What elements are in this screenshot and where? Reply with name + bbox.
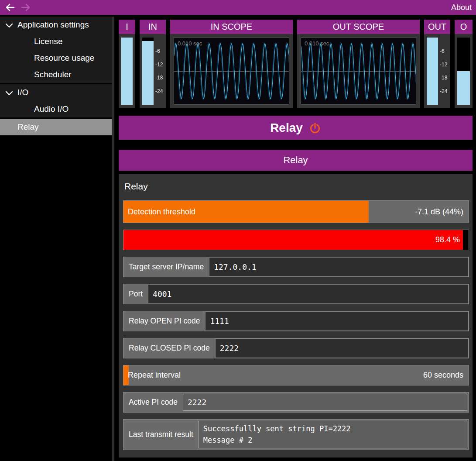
- level-value: 98.4 %: [435, 230, 460, 250]
- back-icon[interactable]: [4, 3, 16, 12]
- sidebar: Application settings License Resource us…: [0, 17, 112, 461]
- chevron-down-icon: [5, 23, 13, 29]
- power-icon[interactable]: [309, 122, 321, 134]
- meter-title: OUT: [424, 20, 450, 34]
- field-label: Last transmit result: [123, 420, 199, 450]
- output-level-meter-out: OUT -6 -12 -18 -24: [424, 20, 450, 108]
- scope-title: IN SCOPE: [170, 20, 293, 34]
- scope-title: OUT SCOPE: [297, 20, 420, 34]
- meter-track: [457, 38, 470, 105]
- meter-fill: [121, 38, 133, 105]
- sidebar-item-audio-io[interactable]: Audio I/O: [0, 101, 112, 117]
- meter-fill: [142, 41, 154, 105]
- active-pi-row: Active PI code 2222: [123, 392, 469, 413]
- meter-track: [121, 38, 133, 105]
- field-label: Target server IP/name: [123, 257, 209, 277]
- meter-fill: [457, 71, 470, 105]
- sidebar-item-io[interactable]: I/O: [0, 84, 112, 101]
- sidebar-splitter[interactable]: [112, 17, 114, 461]
- app-window: About Application settings License Resou…: [0, 0, 476, 461]
- slider-value: 60 seconds: [423, 365, 463, 385]
- detection-threshold-slider[interactable]: Detection threshold -7.1 dB (44%): [123, 200, 469, 223]
- meter-db-scale: -6 -12 -18 -24: [438, 38, 450, 105]
- target-server-input[interactable]: 127.0.0.1: [209, 257, 469, 277]
- scope-time-label: 0.010 sec: [305, 40, 329, 47]
- active-pi-readout: 2222: [183, 394, 467, 411]
- sidebar-group-io: I/O Audio I/O: [0, 84, 112, 117]
- relay-open-pi-row: Relay OPEN PI code 1111: [123, 311, 469, 331]
- field-label: Relay CLOSED PI code: [123, 338, 215, 358]
- meter-track: [427, 38, 438, 105]
- relay-open-pi-input[interactable]: 1111: [205, 311, 469, 331]
- sidebar-item-resource-usage[interactable]: Resource usage: [0, 50, 112, 66]
- output-level-meter-o: O: [455, 20, 473, 108]
- last-transmit-row: Last transmit result Successfullly sent …: [123, 419, 469, 450]
- db-tick: -18: [155, 75, 163, 81]
- sidebar-item-relay-selected[interactable]: Relay: [0, 119, 112, 135]
- panel-title: Relay: [124, 181, 469, 192]
- scope-time-label: 0.010 sec: [178, 40, 202, 47]
- forward-icon[interactable]: [20, 3, 31, 12]
- waveform: [301, 38, 416, 104]
- db-tick: -24: [155, 88, 163, 94]
- port-row: Port 4001: [123, 284, 469, 304]
- relay-settings-panel: Relay Detection threshold -7.1 dB (44%) …: [119, 174, 473, 458]
- waveform: [174, 38, 289, 104]
- last-transmit-readout: Successfullly sent string PI=2222 Messag…: [199, 421, 467, 448]
- chevron-down-icon: [5, 90, 13, 96]
- db-tick: -18: [440, 75, 447, 81]
- meter-strip: I IN -6 -12 -18 -24 IN: [119, 20, 473, 108]
- signal-level-meter: 98.4 %: [123, 230, 469, 250]
- db-tick: -12: [440, 62, 447, 68]
- sidebar-item-license[interactable]: License: [0, 33, 112, 50]
- relay-header-title: Relay: [270, 121, 303, 135]
- slider-label: Detection threshold: [128, 201, 195, 223]
- meter-title: I: [119, 20, 135, 34]
- input-level-meter-i: I: [119, 20, 135, 108]
- in-scope: IN SCOPE 0.010 sec: [170, 20, 293, 108]
- level-fill: [123, 230, 463, 250]
- db-tick: -12: [155, 62, 163, 68]
- meter-fill: [427, 38, 438, 105]
- field-label: Port: [123, 284, 148, 304]
- meter-title: O: [455, 20, 473, 34]
- meter-title: IN: [140, 20, 166, 34]
- field-label: Relay OPEN PI code: [123, 311, 205, 331]
- target-server-row: Target server IP/name 127.0.0.1: [123, 257, 469, 277]
- slider-label: Repeat interval: [128, 365, 181, 385]
- input-level-meter-in: IN -6 -12 -18 -24: [140, 20, 166, 108]
- scope-display: 0.010 sec: [301, 38, 416, 105]
- db-tick: -6: [440, 48, 445, 54]
- meter-track: [142, 38, 154, 105]
- sidebar-group-application-settings: Application settings License Resource us…: [0, 17, 112, 83]
- sidebar-item-label: Application settings: [17, 20, 89, 30]
- top-bar: About: [0, 0, 476, 15]
- field-label: Active PI code: [123, 392, 183, 412]
- meter-db-scale: -6 -12 -18 -24: [154, 38, 166, 105]
- sidebar-item-label: I/O: [17, 88, 28, 97]
- port-input[interactable]: 4001: [148, 284, 469, 304]
- sidebar-item-application-settings[interactable]: Application settings: [0, 17, 112, 33]
- relay-section-header[interactable]: Relay: [119, 150, 473, 171]
- relay-header-button[interactable]: Relay: [119, 116, 473, 140]
- relay-closed-pi-input[interactable]: 2222: [215, 338, 469, 358]
- slider-value: -7.1 dB (44%): [415, 201, 463, 223]
- db-tick: -6: [155, 48, 160, 54]
- out-scope: OUT SCOPE 0.010 sec: [297, 20, 420, 108]
- db-tick: -24: [440, 88, 447, 94]
- relay-closed-pi-row: Relay CLOSED PI code 2222: [123, 338, 469, 358]
- scope-display: 0.010 sec: [174, 38, 289, 105]
- sidebar-item-scheduler[interactable]: Scheduler: [0, 66, 112, 83]
- about-menu[interactable]: About: [451, 0, 472, 15]
- repeat-interval-slider[interactable]: Repeat interval 60 seconds: [123, 365, 469, 385]
